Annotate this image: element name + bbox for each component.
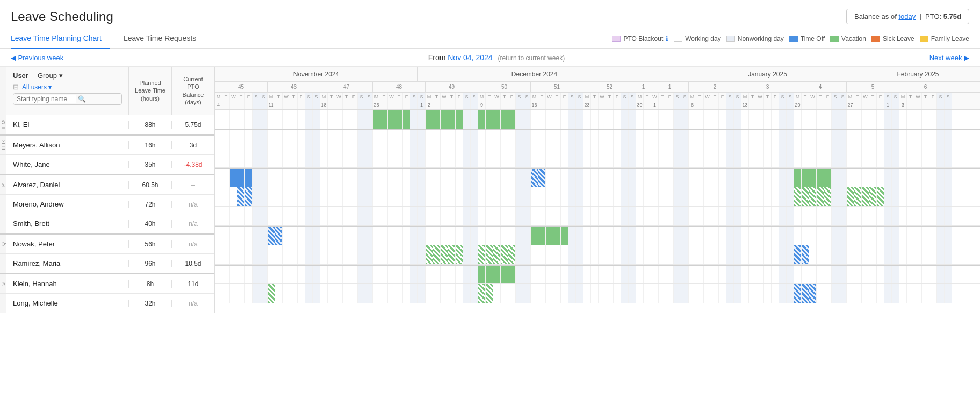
cal-cell xyxy=(794,266,802,283)
cal-cell xyxy=(802,130,809,148)
filter-all-users[interactable]: All users ▾ xyxy=(22,83,52,91)
cal-cell xyxy=(772,148,779,167)
from-date[interactable]: Nov 04, 2024 xyxy=(448,53,492,62)
cal-cell xyxy=(358,148,365,167)
cal-cell xyxy=(403,245,410,264)
today-link[interactable]: today xyxy=(898,12,916,20)
user-name: Smith, Brett xyxy=(6,219,128,228)
cal-cell xyxy=(779,227,787,245)
cal-cell xyxy=(741,266,749,283)
cal-cell xyxy=(433,169,441,187)
cal-cell xyxy=(591,284,599,303)
user-sort-button[interactable]: User xyxy=(13,72,28,80)
cal-cell xyxy=(674,284,681,303)
cal-cell xyxy=(546,110,553,129)
cal-cell xyxy=(448,284,456,303)
prev-week-button[interactable]: ◀ Previous week xyxy=(11,54,63,62)
cal-cell xyxy=(659,110,666,129)
cal-cell xyxy=(719,284,726,303)
cal-cell xyxy=(614,187,621,206)
cal-cell xyxy=(854,110,862,129)
cal-cell xyxy=(756,148,764,167)
cal-cell xyxy=(320,227,328,245)
cal-cell xyxy=(222,130,230,148)
cal-cell xyxy=(929,130,937,148)
cal-cell xyxy=(741,284,749,303)
cal-cell xyxy=(892,110,899,129)
cal-cell xyxy=(448,207,456,225)
cal-cell xyxy=(651,227,659,245)
cal-cell xyxy=(914,284,922,303)
tab-requests[interactable]: Leave Time Requests xyxy=(124,29,205,49)
cal-cell xyxy=(847,266,854,283)
cal-cell xyxy=(945,169,952,187)
cal-cell xyxy=(268,245,275,264)
pto-label: PTO: xyxy=(925,12,941,20)
cal-cell xyxy=(403,148,410,167)
vacation-swatch xyxy=(830,36,839,42)
cal-cell xyxy=(358,266,365,283)
legend-nonworking-day-label: Nonworking day xyxy=(738,35,784,42)
cal-cell xyxy=(546,169,553,187)
search-input[interactable] xyxy=(17,95,76,103)
cal-cell xyxy=(749,284,756,303)
cal-cell xyxy=(561,207,568,225)
dept-product: P Alvarez, Daniel 60.5h -- Moreno, Andre… xyxy=(0,174,214,233)
cal-cell xyxy=(245,148,253,167)
cal-cell xyxy=(922,245,929,264)
cal-cell xyxy=(531,227,538,245)
cal-cell xyxy=(426,148,433,167)
cal-cell xyxy=(945,245,952,264)
cal-cell xyxy=(275,284,283,303)
cal-cell xyxy=(275,245,283,264)
cal-cell xyxy=(313,266,320,283)
cal-cell xyxy=(328,169,335,187)
cal-cell xyxy=(230,169,237,187)
cal-cell xyxy=(614,227,621,245)
cal-cell xyxy=(674,207,681,225)
cal-cell xyxy=(268,169,275,187)
search-box: 🔍 xyxy=(13,93,122,105)
return-link[interactable]: (return to current week) xyxy=(498,54,565,62)
cal-cell xyxy=(313,207,320,225)
cal-cell xyxy=(914,130,922,148)
cal-cell xyxy=(666,245,674,264)
cal-cell xyxy=(899,245,907,264)
cal-cell xyxy=(839,266,847,283)
cal-cell xyxy=(350,207,358,225)
cal-cell xyxy=(471,130,478,148)
pto-blackout-info[interactable]: ℹ xyxy=(666,35,668,42)
dept-label-to: T O xyxy=(0,115,6,134)
cal-cell xyxy=(448,266,456,283)
table-row: H R Meyers, Allison 16h 3d xyxy=(0,136,214,155)
cal-cell xyxy=(365,284,373,303)
cal-cell xyxy=(636,227,644,245)
cal-cell xyxy=(350,148,358,167)
cal-cell xyxy=(463,245,471,264)
cal-cell xyxy=(365,110,373,129)
cal-cell xyxy=(268,207,275,225)
cal-cell xyxy=(606,110,614,129)
cal-cell xyxy=(561,187,568,206)
cal-cell xyxy=(787,266,794,283)
tab-planning[interactable]: Leave Time Planning Chart xyxy=(11,29,110,49)
cal-cell xyxy=(373,266,380,283)
cal-cell xyxy=(395,110,403,129)
next-week-button[interactable]: Next week ▶ xyxy=(929,54,969,62)
cal-cell xyxy=(899,169,907,187)
cal-cell xyxy=(523,266,531,283)
cal-cell xyxy=(343,284,350,303)
legend-time-off-label: Time Off xyxy=(801,35,825,42)
cal-cell xyxy=(343,207,350,225)
cal-cell xyxy=(523,148,531,167)
cal-cell xyxy=(403,169,410,187)
cal-cell xyxy=(583,227,591,245)
cal-cell xyxy=(290,187,298,206)
cal-cell xyxy=(320,245,328,264)
cal-cell xyxy=(847,148,854,167)
cal-cell xyxy=(591,169,599,187)
cal-cell xyxy=(583,187,591,206)
cal-cell xyxy=(388,187,395,206)
group-sort-button[interactable]: Group ▾ xyxy=(38,72,63,80)
cal-cell xyxy=(403,207,410,225)
